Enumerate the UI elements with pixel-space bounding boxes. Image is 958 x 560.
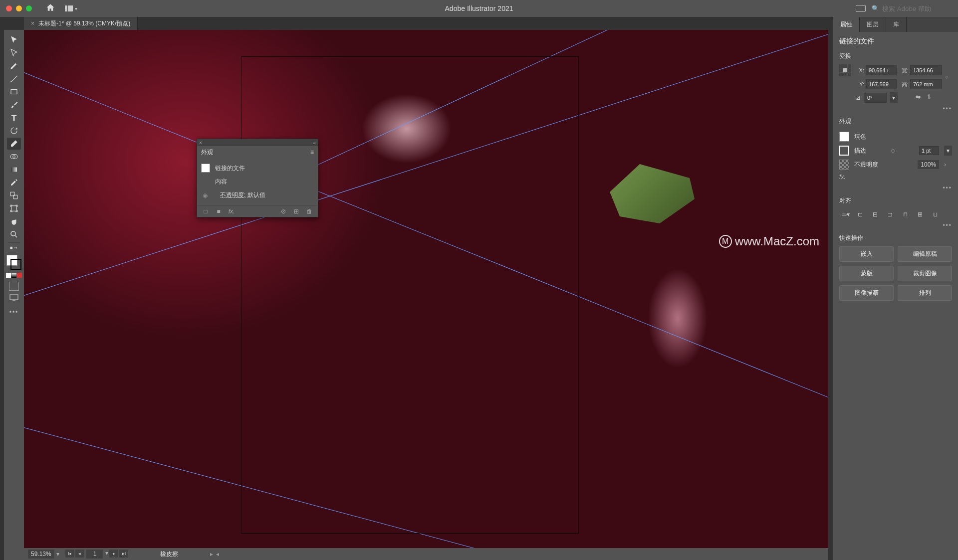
rotate-tool[interactable] — [7, 125, 21, 137]
align-bottom-icon[interactable]: ⊔ — [929, 209, 941, 220]
tab-libraries[interactable]: 库 — [886, 17, 907, 32]
x-input[interactable] — [866, 65, 897, 75]
status-arrow-left[interactable]: ◂ — [216, 551, 219, 558]
align-left-icon[interactable]: ⊏ — [854, 209, 866, 220]
angle-icon: ⊿ — [856, 94, 861, 101]
align-to-dropdown[interactable]: ▭▾ — [839, 209, 851, 220]
panel-menu-icon[interactable]: ≡ — [310, 149, 314, 156]
zoom-dropdown-icon[interactable]: ▾ — [56, 551, 59, 558]
workspace-switcher-icon[interactable] — [856, 5, 866, 12]
opacity-arrow-icon[interactable]: › — [944, 161, 952, 168]
first-artboard-button[interactable]: I◂ — [65, 550, 74, 558]
panel-close-icon[interactable]: × — [199, 140, 202, 146]
embed-button[interactable]: 嵌入 — [839, 246, 894, 262]
edit-toolbar-icon[interactable]: ••• — [9, 309, 19, 316]
width-input[interactable] — [910, 65, 942, 75]
stroke-color-swatch[interactable] — [839, 146, 849, 156]
align-top-icon[interactable]: ⊓ — [899, 209, 911, 220]
align-right-icon[interactable]: ⊐ — [884, 209, 896, 220]
zoom-tool[interactable] — [7, 228, 21, 240]
arrange-button[interactable]: 排列 — [898, 285, 952, 301]
selection-tool[interactable] — [7, 34, 21, 46]
next-artboard-button[interactable]: ▸ — [109, 550, 118, 558]
transform-more-icon[interactable]: ••• — [839, 105, 952, 112]
appearance-panel[interactable]: × « 外观 ≡ 链接的文件 内容 ◉ — [197, 139, 318, 217]
add-effect-icon[interactable]: fx. — [227, 207, 236, 216]
type-tool[interactable] — [7, 112, 21, 124]
minimize-window-button[interactable] — [16, 5, 22, 11]
rectangle-tool[interactable] — [7, 86, 21, 98]
curvature-tool[interactable] — [7, 73, 21, 85]
artboard-number[interactable]: 1 — [86, 550, 104, 559]
color-mode-icons[interactable] — [6, 273, 22, 278]
fill-color-swatch[interactable] — [839, 132, 849, 142]
panel-collapse-icon[interactable]: « — [313, 140, 316, 146]
align-vcenter-icon[interactable]: ⊞ — [914, 209, 926, 220]
fill-stroke-toggle[interactable] — [7, 245, 21, 251]
pen-tool[interactable] — [7, 60, 21, 72]
crop-image-button[interactable]: 裁剪图像 — [898, 266, 952, 281]
direct-selection-tool[interactable] — [7, 47, 21, 59]
clear-appearance-icon[interactable]: ⊘ — [279, 207, 288, 216]
eraser-tool[interactable] — [7, 138, 21, 150]
paintbrush-tool[interactable] — [7, 99, 21, 111]
draw-mode-icon[interactable] — [7, 279, 21, 291]
new-fill-icon[interactable]: ■ — [214, 207, 223, 216]
flip-horizontal-icon[interactable]: ⇋ — [916, 93, 925, 102]
linked-file-thumb — [201, 164, 210, 173]
stroke-width-input[interactable] — [919, 146, 939, 155]
mask-button[interactable]: 蒙版 — [839, 266, 894, 281]
home-icon[interactable] — [46, 3, 55, 14]
constrain-proportions-icon[interactable]: ⟐ — [945, 73, 956, 80]
prev-artboard-button[interactable]: ◂ — [75, 550, 84, 558]
new-stroke-icon[interactable]: □ — [201, 207, 210, 216]
flip-vertical-icon[interactable]: ⥮ — [927, 93, 936, 102]
maximize-window-button[interactable] — [26, 5, 32, 11]
appearance-more-icon[interactable]: ••• — [839, 185, 952, 191]
tab-properties[interactable]: 属性 — [833, 17, 860, 32]
duplicate-icon[interactable]: ⊞ — [292, 207, 301, 216]
align-more-icon[interactable]: ••• — [839, 222, 952, 229]
edit-original-button[interactable]: 编辑原稿 — [898, 246, 952, 262]
opacity-row-label: 不透明度 — [854, 161, 878, 169]
align-hcenter-icon[interactable]: ⊟ — [869, 209, 881, 220]
zoom-level[interactable]: 59.13% — [28, 550, 54, 559]
canvas[interactable]: × « 外观 ≡ 链接的文件 内容 ◉ — [24, 30, 828, 560]
document-tab[interactable]: × 未标题-1* @ 59.13% (CMYK/预览) — [24, 17, 138, 30]
y-input[interactable] — [866, 79, 897, 89]
artboard-dropdown-icon[interactable]: ▾ — [105, 550, 108, 559]
eyedropper-tool[interactable] — [7, 177, 21, 188]
panel-tab-appearance[interactable]: 外观 — [201, 148, 213, 157]
angle-dropdown-icon[interactable]: ▾ — [890, 92, 898, 103]
svg-rect-11 — [10, 295, 18, 300]
reference-point-selector[interactable] — [839, 64, 851, 76]
stroke-dropdown-icon[interactable]: ▾ — [944, 146, 952, 156]
tab-layers[interactable]: 图层 — [860, 17, 886, 32]
height-input[interactable] — [910, 79, 942, 89]
search-box[interactable]: 🔍 — [872, 5, 952, 12]
last-artboard-button[interactable]: ▸I — [119, 550, 128, 558]
screen-mode-icon[interactable] — [7, 292, 21, 304]
angle-input[interactable] — [864, 93, 887, 103]
opacity-value-field[interactable]: 100% — [918, 160, 939, 169]
close-tab-icon[interactable]: × — [31, 20, 34, 27]
stroke-label: 描边 — [854, 147, 866, 155]
arrange-documents-icon[interactable]: ▾ — [65, 5, 77, 11]
gradient-tool[interactable] — [7, 164, 21, 176]
status-arrow-right[interactable]: ▸ — [210, 551, 213, 558]
fx-button[interactable]: fx. — [839, 172, 952, 183]
visibility-icon[interactable]: ◉ — [201, 191, 209, 199]
image-trace-button[interactable]: 图像描摹 — [839, 285, 894, 301]
search-input[interactable] — [882, 5, 952, 12]
opacity-swatch[interactable] — [839, 160, 849, 170]
shape-builder-tool[interactable] — [7, 151, 21, 163]
stroke-swatch[interactable] — [10, 259, 21, 270]
close-window-button[interactable] — [6, 5, 12, 11]
artboard-tool[interactable] — [7, 202, 21, 214]
hand-tool[interactable] — [7, 215, 21, 227]
scale-tool[interactable] — [7, 189, 21, 201]
svg-rect-8 — [11, 206, 17, 211]
color-swatches[interactable] — [6, 255, 21, 270]
svg-rect-5 — [11, 168, 17, 172]
delete-icon[interactable]: 🗑 — [305, 207, 314, 216]
